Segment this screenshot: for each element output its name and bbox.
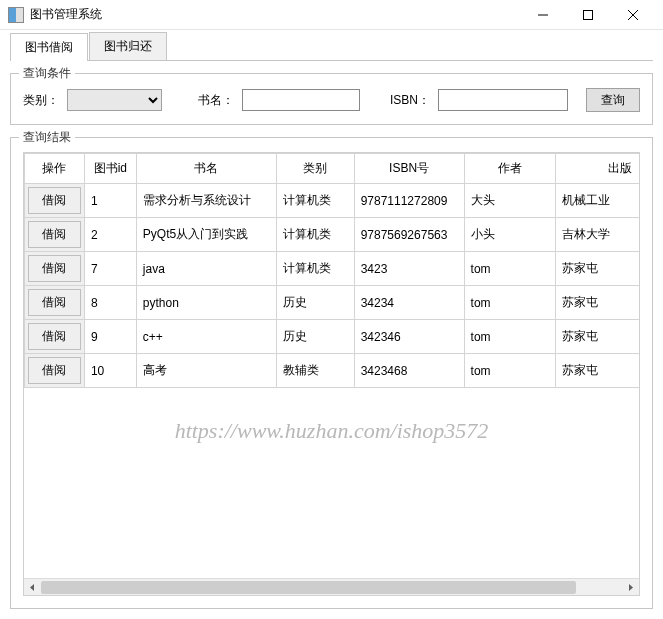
cell-isbn: 34234 (354, 286, 464, 320)
category-select[interactable] (67, 89, 162, 111)
cell-cat: 历史 (276, 286, 354, 320)
table-row: 借阅2PyQt5从入门到实践计算机类9787569267563小头吉林大学 (25, 218, 640, 252)
cell-id: 10 (84, 354, 136, 388)
cell-name: PyQt5从入门到实践 (136, 218, 276, 252)
borrow-button[interactable]: 借阅 (28, 289, 81, 316)
cell-pub: 苏家屯 (556, 354, 639, 388)
scroll-left-icon[interactable] (24, 579, 41, 596)
cell-pub: 苏家屯 (556, 320, 639, 354)
borrow-button[interactable]: 借阅 (28, 221, 81, 248)
scroll-right-icon[interactable] (622, 579, 639, 596)
results-table-wrap: 操作 图书id 书名 类别 ISBN号 作者 出版 借阅1需求分析与系统设计计算… (23, 152, 640, 596)
cell-pub: 苏家屯 (556, 286, 639, 320)
col-author: 作者 (464, 154, 556, 184)
col-cat: 类别 (276, 154, 354, 184)
cell-isbn: 9787111272809 (354, 184, 464, 218)
title-input[interactable] (242, 89, 360, 111)
svg-rect-1 (583, 10, 592, 19)
window-title: 图书管理系统 (30, 6, 520, 23)
cell-id: 1 (84, 184, 136, 218)
cell-cat: 教辅类 (276, 354, 354, 388)
isbn-label: ISBN： (390, 92, 430, 109)
col-pub: 出版 (556, 154, 639, 184)
cell-name: python (136, 286, 276, 320)
cell-isbn: 342346 (354, 320, 464, 354)
tab-borrow[interactable]: 图书借阅 (10, 33, 88, 61)
cell-cat: 计算机类 (276, 218, 354, 252)
col-id: 图书id (84, 154, 136, 184)
cell-author: tom (464, 320, 556, 354)
col-op: 操作 (25, 154, 85, 184)
table-row: 借阅9c++历史342346tom苏家屯 (25, 320, 640, 354)
search-button[interactable]: 查询 (586, 88, 640, 112)
svg-marker-4 (30, 584, 34, 591)
cell-name: java (136, 252, 276, 286)
cell-id: 9 (84, 320, 136, 354)
close-button[interactable] (610, 0, 655, 30)
cell-id: 7 (84, 252, 136, 286)
cell-author: tom (464, 252, 556, 286)
category-label: 类别： (23, 92, 59, 109)
results-legend: 查询结果 (19, 129, 75, 146)
cell-cat: 计算机类 (276, 252, 354, 286)
table-row: 借阅7java计算机类3423tom苏家屯 (25, 252, 640, 286)
title-label: 书名： (198, 92, 234, 109)
col-isbn: ISBN号 (354, 154, 464, 184)
table-row: 借阅8python历史34234tom苏家屯 (25, 286, 640, 320)
cell-name: 需求分析与系统设计 (136, 184, 276, 218)
maximize-button[interactable] (565, 0, 610, 30)
query-group: 查询条件 类别： 书名： ISBN： 查询 (10, 73, 653, 125)
tab-bar: 图书借阅 图书归还 (10, 32, 653, 61)
titlebar: 图书管理系统 (0, 0, 663, 30)
borrow-button[interactable]: 借阅 (28, 323, 81, 350)
cell-name: c++ (136, 320, 276, 354)
table-header-row: 操作 图书id 书名 类别 ISBN号 作者 出版 (25, 154, 640, 184)
cell-cat: 计算机类 (276, 184, 354, 218)
minimize-button[interactable] (520, 0, 565, 30)
scroll-thumb[interactable] (41, 581, 576, 594)
cell-author: tom (464, 286, 556, 320)
cell-id: 2 (84, 218, 136, 252)
results-table: 操作 图书id 书名 类别 ISBN号 作者 出版 借阅1需求分析与系统设计计算… (24, 153, 639, 388)
cell-pub: 机械工业 (556, 184, 639, 218)
cell-isbn: 3423 (354, 252, 464, 286)
cell-pub: 吉林大学 (556, 218, 639, 252)
query-legend: 查询条件 (19, 65, 75, 82)
col-name: 书名 (136, 154, 276, 184)
cell-pub: 苏家屯 (556, 252, 639, 286)
table-row: 借阅10高考教辅类3423468tom苏家屯 (25, 354, 640, 388)
cell-isbn: 3423468 (354, 354, 464, 388)
borrow-button[interactable]: 借阅 (28, 187, 81, 214)
app-icon (8, 7, 24, 23)
cell-cat: 历史 (276, 320, 354, 354)
cell-isbn: 9787569267563 (354, 218, 464, 252)
results-group: 查询结果 操作 图书id 书名 类别 ISBN号 作者 出版 (10, 137, 653, 609)
isbn-input[interactable] (438, 89, 568, 111)
svg-marker-5 (629, 584, 633, 591)
table-row: 借阅1需求分析与系统设计计算机类9787111272809大头机械工业 (25, 184, 640, 218)
cell-author: 大头 (464, 184, 556, 218)
tab-return[interactable]: 图书归还 (89, 32, 167, 60)
cell-id: 8 (84, 286, 136, 320)
borrow-button[interactable]: 借阅 (28, 255, 81, 282)
borrow-button[interactable]: 借阅 (28, 357, 81, 384)
cell-name: 高考 (136, 354, 276, 388)
cell-author: tom (464, 354, 556, 388)
cell-author: 小头 (464, 218, 556, 252)
horizontal-scrollbar[interactable] (24, 578, 639, 595)
